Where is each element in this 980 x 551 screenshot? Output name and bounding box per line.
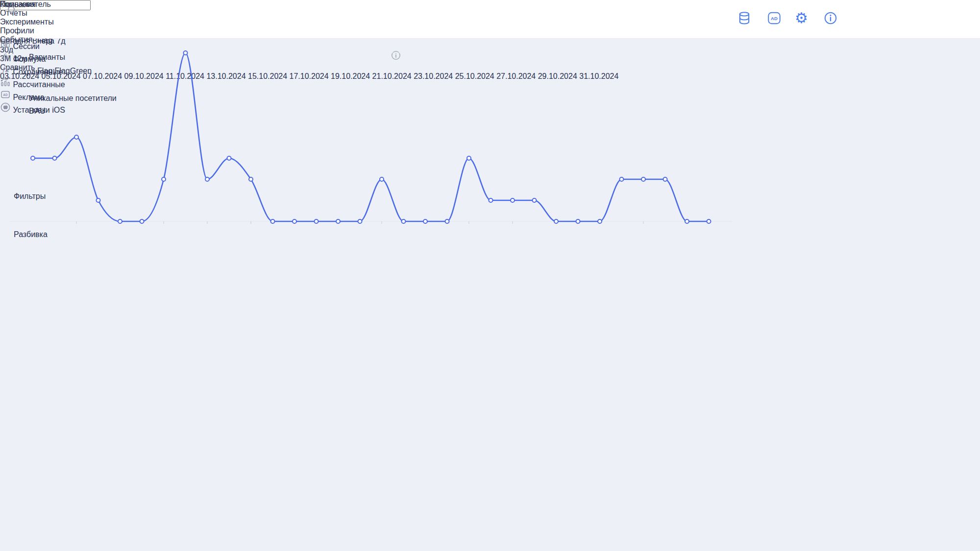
apple-icon <box>0 106 13 114</box>
svg-text:AD: AD <box>3 93 8 96</box>
database-icon <box>737 11 752 26</box>
svg-text:ƒx: ƒx <box>0 65 10 74</box>
settings-button[interactable]: ⚙ <box>795 10 808 26</box>
menu-item-calculated[interactable]: Рассчитанные <box>0 76 67 89</box>
topbar: e Дашборды Отчёты Эксперименты Профили С… <box>0 0 980 39</box>
nav-events[interactable]: События <box>0 35 54 44</box>
ad-badge-icon: AD <box>766 11 782 25</box>
data-sources-button[interactable] <box>737 11 752 28</box>
menu-item-saved[interactable]: ƒx Сохраненные <box>0 64 67 76</box>
nav-profiles[interactable]: Профили <box>0 26 54 35</box>
ads-manager-button[interactable]: AD <box>766 11 782 27</box>
ad-badge-icon: AD <box>0 93 13 101</box>
menu-item-ios-installs[interactable]: Установки iOS <box>0 102 67 115</box>
formula-icon: ƒx <box>0 55 13 63</box>
menu-item-ads[interactable]: AD Реклама <box>0 89 67 102</box>
menu-item-formula[interactable]: ƒx Формула <box>0 51 67 64</box>
filters-section[interactable]: Фильтры <box>14 192 46 201</box>
compare-button[interactable]: Сравнить <box>0 63 618 72</box>
saved-formula-icon: ƒx <box>0 68 13 76</box>
x-axis-labels: 03.10.2024 05.10.2024 07.10.2024 09.10.2… <box>0 72 618 81</box>
gear-icon: ⚙ <box>795 10 808 26</box>
breakdown-section[interactable]: Разбивка <box>14 230 48 239</box>
calculated-icon <box>0 80 13 89</box>
info-button[interactable] <box>823 11 838 27</box>
nav-experiments[interactable]: Эксперименты <box>0 18 54 26</box>
user-company[interactable]: Компания <box>0 0 36 9</box>
svg-text:ƒx: ƒx <box>0 52 10 61</box>
svg-text:AD: AD <box>771 16 778 21</box>
info-icon <box>823 11 838 25</box>
